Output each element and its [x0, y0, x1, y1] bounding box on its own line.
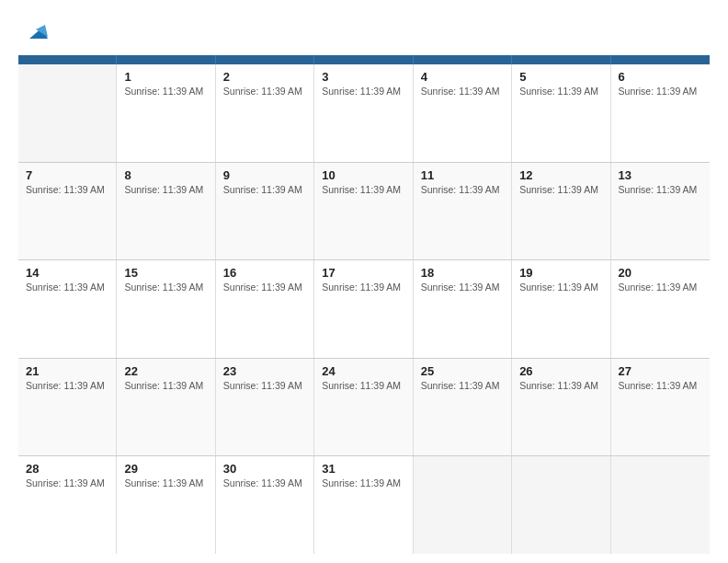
cal-cell: 2Sunrise: 11:39 AM: [216, 64, 314, 162]
cal-cell: 8Sunrise: 11:39 AM: [117, 163, 215, 260]
week-row-3: 21Sunrise: 11:39 AM22Sunrise: 11:39 AM23…: [18, 359, 710, 457]
day-number: 25: [421, 364, 504, 378]
cal-cell: 26Sunrise: 11:39 AM: [512, 359, 610, 456]
sunrise-time: Sunrise: 11:39 AM: [223, 477, 306, 488]
sunrise-time: Sunrise: 11:39 AM: [322, 380, 404, 391]
week-row-0: 1Sunrise: 11:39 AM2Sunrise: 11:39 AM3Sun…: [18, 64, 710, 163]
sunrise-time: Sunrise: 11:39 AM: [223, 184, 306, 195]
week-row-1: 7Sunrise: 11:39 AM8Sunrise: 11:39 AM9Sun…: [18, 163, 710, 261]
day-number: 28: [26, 462, 108, 476]
week-row-2: 14Sunrise: 11:39 AM15Sunrise: 11:39 AM16…: [18, 260, 710, 359]
sunrise-time: Sunrise: 11:39 AM: [124, 477, 207, 488]
cal-cell: 22Sunrise: 11:39 AM: [117, 359, 215, 456]
cal-cell: 28Sunrise: 11:39 AM: [18, 456, 117, 554]
day-number: 26: [519, 364, 602, 378]
cal-cell: [512, 456, 610, 554]
day-number: 17: [322, 266, 404, 280]
day-number: 19: [519, 266, 602, 280]
sunrise-time: Sunrise: 11:39 AM: [26, 184, 108, 195]
sunrise-time: Sunrise: 11:39 AM: [26, 477, 108, 488]
cal-cell: [414, 456, 512, 554]
sunrise-time: Sunrise: 11:39 AM: [619, 184, 702, 195]
sunrise-time: Sunrise: 11:39 AM: [124, 86, 207, 97]
sunrise-time: Sunrise: 11:39 AM: [619, 86, 702, 97]
cal-cell: 16Sunrise: 11:39 AM: [216, 260, 314, 358]
day-number: 18: [421, 266, 504, 280]
day-number: 2: [223, 70, 306, 84]
cal-cell: 31Sunrise: 11:39 AM: [314, 456, 413, 554]
cal-cell: 17Sunrise: 11:39 AM: [314, 260, 413, 358]
calendar-body: 1Sunrise: 11:39 AM2Sunrise: 11:39 AM3Sun…: [18, 64, 710, 554]
cal-cell: 19Sunrise: 11:39 AM: [512, 260, 610, 358]
sunrise-time: Sunrise: 11:39 AM: [322, 184, 404, 195]
day-number: 6: [619, 70, 702, 84]
week-row-4: 28Sunrise: 11:39 AM29Sunrise: 11:39 AM30…: [18, 456, 710, 554]
day-number: 23: [223, 364, 306, 378]
header-thursday: [414, 55, 512, 64]
cal-cell: 5Sunrise: 11:39 AM: [512, 64, 610, 162]
page: 1Sunrise: 11:39 AM2Sunrise: 11:39 AM3Sun…: [0, 0, 728, 563]
logo-icon: [22, 20, 50, 48]
sunrise-time: Sunrise: 11:39 AM: [322, 477, 404, 488]
cal-cell: 29Sunrise: 11:39 AM: [117, 456, 215, 554]
day-number: 4: [421, 70, 504, 84]
header: [18, 17, 710, 48]
cal-cell: [611, 456, 710, 554]
cal-cell: 13Sunrise: 11:39 AM: [611, 163, 710, 260]
day-number: 1: [124, 70, 207, 84]
sunrise-time: Sunrise: 11:39 AM: [619, 380, 702, 391]
cal-cell: 14Sunrise: 11:39 AM: [18, 260, 117, 358]
calendar-header: [18, 55, 710, 64]
header-sunday: [18, 55, 117, 64]
cal-cell: 21Sunrise: 11:39 AM: [18, 359, 117, 456]
sunrise-time: Sunrise: 11:39 AM: [421, 184, 504, 195]
cal-cell: 30Sunrise: 11:39 AM: [216, 456, 314, 554]
cal-cell: 10Sunrise: 11:39 AM: [314, 163, 413, 260]
header-tuesday: [216, 55, 314, 64]
sunrise-time: Sunrise: 11:39 AM: [26, 282, 108, 293]
day-number: 30: [223, 462, 306, 476]
day-number: 13: [619, 168, 702, 182]
calendar: 1Sunrise: 11:39 AM2Sunrise: 11:39 AM3Sun…: [18, 55, 710, 554]
sunrise-time: Sunrise: 11:39 AM: [124, 282, 207, 293]
cal-cell: 18Sunrise: 11:39 AM: [414, 260, 512, 358]
sunrise-time: Sunrise: 11:39 AM: [26, 380, 108, 391]
sunrise-time: Sunrise: 11:39 AM: [223, 86, 306, 97]
cal-cell: 25Sunrise: 11:39 AM: [414, 359, 512, 456]
header-friday: [512, 55, 610, 64]
sunrise-time: Sunrise: 11:39 AM: [619, 282, 702, 293]
day-number: 11: [421, 168, 504, 182]
day-number: 8: [124, 168, 207, 182]
cal-cell: 3Sunrise: 11:39 AM: [314, 64, 413, 162]
sunrise-time: Sunrise: 11:39 AM: [519, 184, 602, 195]
cal-cell: 9Sunrise: 11:39 AM: [216, 163, 314, 260]
cal-cell: 27Sunrise: 11:39 AM: [611, 359, 710, 456]
day-number: 16: [223, 266, 306, 280]
cal-cell: 7Sunrise: 11:39 AM: [18, 163, 117, 260]
cal-cell: [18, 64, 117, 162]
sunrise-time: Sunrise: 11:39 AM: [519, 380, 602, 391]
day-number: 27: [619, 364, 702, 378]
sunrise-time: Sunrise: 11:39 AM: [421, 86, 504, 97]
header-saturday: [611, 55, 710, 64]
cal-cell: 23Sunrise: 11:39 AM: [216, 359, 314, 456]
sunrise-time: Sunrise: 11:39 AM: [124, 380, 207, 391]
day-number: 15: [124, 266, 207, 280]
sunrise-time: Sunrise: 11:39 AM: [322, 86, 404, 97]
logo: [18, 20, 50, 48]
sunrise-time: Sunrise: 11:39 AM: [223, 282, 306, 293]
header-monday: [117, 55, 215, 64]
cal-cell: 6Sunrise: 11:39 AM: [611, 64, 710, 162]
sunrise-time: Sunrise: 11:39 AM: [519, 282, 602, 293]
day-number: 10: [322, 168, 404, 182]
sunrise-time: Sunrise: 11:39 AM: [322, 282, 404, 293]
day-number: 29: [124, 462, 207, 476]
day-number: 9: [223, 168, 306, 182]
day-number: 31: [322, 462, 404, 476]
sunrise-time: Sunrise: 11:39 AM: [421, 380, 504, 391]
header-wednesday: [314, 55, 413, 64]
sunrise-time: Sunrise: 11:39 AM: [223, 380, 306, 391]
day-number: 22: [124, 364, 207, 378]
cal-cell: 1Sunrise: 11:39 AM: [117, 64, 215, 162]
cal-cell: 15Sunrise: 11:39 AM: [117, 260, 215, 358]
